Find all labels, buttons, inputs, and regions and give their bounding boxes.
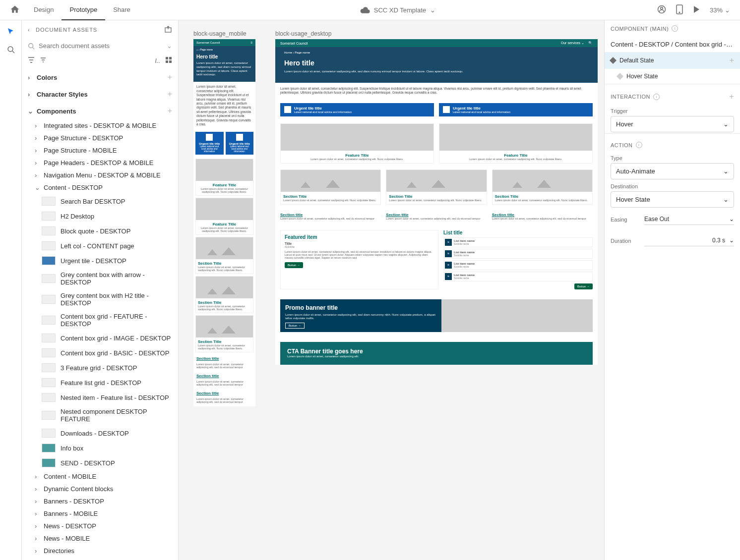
svg-rect-10 — [169, 60, 172, 63]
svg-point-1 — [661, 7, 663, 9]
component-item[interactable]: Content box grid - IMAGE - DESKTOP — [22, 331, 178, 345]
assets-panel: ‹ DOCUMENT ASSETS ⌄ I.. ›Colors+ ›Charac… — [22, 20, 179, 560]
component-item[interactable]: Search Bar DESKTOP — [22, 194, 178, 209]
folder-item[interactable]: ›Page Headers - DESKTOP & MOBILE — [22, 157, 178, 169]
search-icon — [28, 43, 35, 50]
chevron-down-icon: ⌄ — [729, 216, 734, 223]
tab-share[interactable]: Share — [105, 0, 138, 20]
add-icon[interactable]: + — [168, 90, 172, 99]
svg-point-6 — [29, 43, 33, 48]
grid-view-icon[interactable] — [165, 56, 172, 65]
doc-title[interactable]: SCC XD Template ⌄ — [138, 6, 657, 14]
canvas[interactable]: block-usage_mobile Somerset Council≡ ⌂ ›… — [179, 20, 604, 560]
section-colors[interactable]: ›Colors+ — [22, 69, 178, 86]
dest-select[interactable]: Hover State⌄ — [611, 191, 734, 208]
component-item[interactable]: Downloads - DESKTOP — [22, 426, 178, 441]
chevron-down-icon: ⌄ — [723, 120, 729, 128]
artboard-label[interactable]: block-usage_mobile — [193, 30, 255, 37]
user-icon[interactable] — [657, 5, 666, 15]
panel-header[interactable]: ‹ DOCUMENT ASSETS — [22, 20, 178, 39]
component-item[interactable]: Nested component DESKTOP FEATURE — [22, 405, 178, 426]
artboard-desktop[interactable]: Somerset CouncilOur services ⌄🔍 Home › P… — [275, 39, 598, 365]
section-charstyles[interactable]: ›Character Styles+ — [22, 86, 178, 103]
state-hover[interactable]: Hover State — [605, 69, 740, 84]
svg-point-4 — [8, 47, 13, 52]
component-name: Content - DESKTOP / Content box grid - I… — [605, 37, 740, 52]
component-item[interactable]: 3 Feature grid - DESKTOP — [22, 360, 178, 375]
component-item[interactable]: Grey content box with arrow - DESKTOP — [22, 268, 178, 289]
folder-item[interactable]: ›News - DESKTOP — [22, 520, 178, 532]
type-label: Type — [605, 152, 740, 162]
filter-icon[interactable] — [28, 56, 35, 65]
tab-design[interactable]: Design — [26, 0, 62, 20]
folder-item[interactable]: ›Dynamic Content blocks — [22, 483, 178, 495]
artboard-label[interactable]: block-usage_desktop — [275, 30, 598, 37]
right-toolbar: 33%⌄ — [657, 4, 736, 16]
info-icon[interactable]: i — [672, 25, 678, 32]
component-item[interactable]: Left col - CONTENT page — [22, 238, 178, 253]
add-state-icon[interactable]: + — [730, 56, 734, 65]
add-icon[interactable]: + — [168, 107, 172, 115]
component-item[interactable]: Feature list grid - DESKTOP — [22, 375, 178, 390]
back-icon: ‹ — [28, 27, 33, 33]
rp-header: COMPONENT (MAIN) i — [605, 20, 740, 37]
trigger-label: Trigger — [605, 105, 740, 115]
play-icon[interactable] — [693, 5, 700, 15]
state-default[interactable]: Default State+ — [605, 52, 740, 69]
artboard-mobile[interactable]: Somerset Council≡ ⌂ › Page name Hero tit… — [193, 39, 255, 406]
component-item[interactable]: Info box — [22, 441, 178, 455]
folder-item[interactable]: ›Navigation Menu - DESKTOP & MOBILE — [22, 169, 178, 181]
add-icon[interactable]: + — [729, 92, 734, 101]
zoom-control[interactable]: 33%⌄ — [710, 6, 730, 14]
tab-prototype[interactable]: Prototype — [62, 0, 105, 20]
info-icon[interactable]: i — [636, 142, 642, 148]
chevron-down-icon[interactable]: ⌄ — [167, 42, 172, 50]
svg-point-3 — [679, 12, 680, 13]
panel-title: DOCUMENT ASSETS — [36, 27, 97, 33]
folder-item[interactable]: ›Content - MOBILE — [22, 470, 178, 483]
folder-item[interactable]: ›News - MOBILE — [22, 532, 178, 545]
chevron-down-icon: ⌄ — [723, 168, 729, 175]
home-icon[interactable] — [4, 4, 26, 16]
list-view-icon[interactable]: I.. — [155, 57, 160, 64]
property-inspector: COMPONENT (MAIN) i Content - DESKTOP / C… — [604, 20, 740, 560]
duration-input[interactable]: 0.3 s⌄ — [644, 235, 734, 246]
component-item[interactable]: Block quote - DESKTOP — [22, 224, 178, 238]
easing-select[interactable]: Ease Out⌄ — [644, 214, 734, 225]
section-components[interactable]: ⌄Components+ — [22, 103, 178, 119]
svg-rect-7 — [166, 57, 168, 59]
section-action: ACTIONi — [605, 133, 740, 152]
device-icon[interactable] — [676, 4, 683, 16]
component-item[interactable]: Nested item - Feature list - DESKTOP — [22, 390, 178, 405]
publish-icon[interactable] — [164, 25, 172, 34]
component-item[interactable]: SEND - DESKTOP — [22, 455, 178, 470]
folder-item[interactable]: ›Banners - DESKTOP — [22, 495, 178, 507]
info-icon[interactable]: i — [653, 94, 660, 100]
component-item[interactable]: H2 Desktop — [22, 209, 178, 224]
add-icon[interactable]: + — [168, 73, 172, 82]
chevron-down-icon: ⌄ — [729, 237, 734, 244]
component-item[interactable]: Urgent tile - DESKTOP — [22, 253, 178, 268]
type-select[interactable]: Auto-Animate⌄ — [611, 163, 734, 179]
folder-item[interactable]: ›Integrated sites - DESKTOP & MOBILE — [22, 119, 178, 132]
folder-item[interactable]: ›Page Structure - DESKTOP — [22, 132, 178, 144]
folder-item[interactable]: ⌄Content - DESKTOP — [22, 181, 178, 194]
folder-item[interactable]: ›Banners - MOBILE — [22, 507, 178, 520]
folder-item[interactable]: ›Directories — [22, 545, 178, 557]
search-tool[interactable] — [7, 46, 15, 55]
top-toolbar: Design Prototype Share SCC XD Template ⌄… — [0, 0, 740, 20]
component-item[interactable]: Grey content box with H2 title - DESKTOP — [22, 289, 178, 310]
search-input[interactable] — [39, 42, 163, 50]
dest-label: Destination — [605, 180, 740, 190]
section-interaction: INTERACTIONi + — [605, 84, 740, 105]
folder-item[interactable]: ›Buttons — [22, 557, 178, 560]
filter-row: I.. — [22, 53, 178, 69]
component-item[interactable]: Content box grid - FEATURE - DESKTOP — [22, 310, 178, 331]
sort-icon[interactable] — [40, 56, 47, 65]
component-item[interactable]: Content box grid - BASIC - DESKTOP — [22, 345, 178, 360]
duration-row: Duration 0.3 s⌄ — [605, 230, 740, 251]
search-row: ⌄ — [22, 39, 178, 53]
folder-item[interactable]: ›Page Structure - MOBILE — [22, 144, 178, 157]
select-tool[interactable] — [7, 27, 15, 37]
trigger-select[interactable]: Hover⌄ — [611, 116, 734, 132]
